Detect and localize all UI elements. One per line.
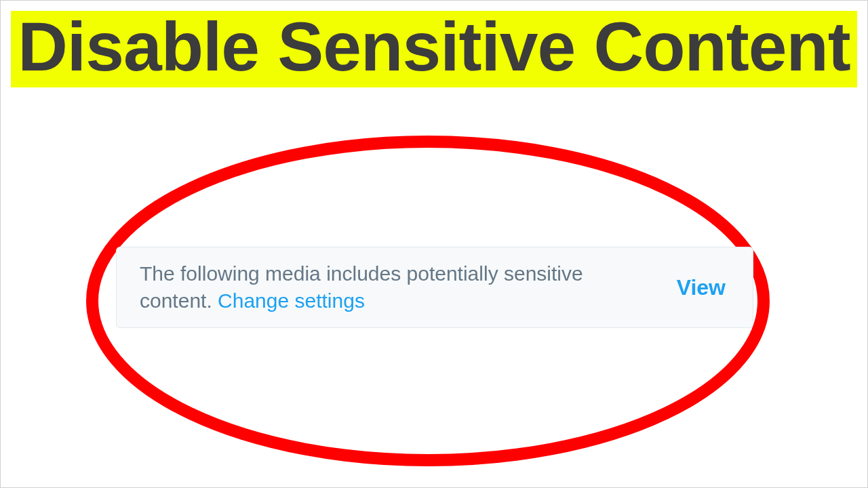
title-text: Disable Sensitive Content (18, 11, 850, 83)
change-settings-link[interactable]: Change settings (218, 289, 365, 312)
content-stage: The following media includes potentially… (1, 87, 867, 481)
view-button[interactable]: View (677, 275, 726, 300)
title-banner: Disable Sensitive Content (11, 11, 857, 87)
warning-message: The following media includes potentially… (140, 260, 628, 315)
sensitive-content-warning: The following media includes potentially… (116, 247, 753, 328)
